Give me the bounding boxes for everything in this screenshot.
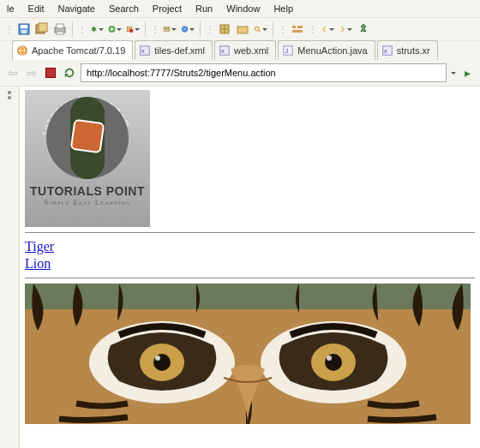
xml-icon: X	[381, 45, 393, 57]
svg-point-40	[155, 355, 160, 361]
browser-refresh-icon[interactable]	[62, 65, 77, 81]
svg-point-17	[255, 27, 260, 31]
editor-tabs: Apache Tomcat/7.0.19 X tiles-def.xml X w…	[0, 41, 480, 60]
new-server-icon[interactable]	[163, 22, 177, 36]
divider	[25, 232, 475, 233]
separator	[200, 21, 201, 37]
menu-project[interactable]: Project	[146, 2, 189, 15]
browser-back-icon[interactable]: ⇦	[5, 65, 21, 81]
link-lion[interactable]: Lion	[25, 255, 475, 272]
svg-rect-7	[57, 32, 63, 34]
svg-rect-4	[39, 23, 47, 32]
left-gutter	[0, 87, 20, 448]
tab-tiles-def[interactable]: X tiles-def.xml	[135, 40, 213, 60]
menubar: le Edit Navigate Search Project Run Wind…	[0, 0, 480, 18]
search-icon[interactable]	[254, 22, 267, 36]
menu-navigate[interactable]: Navigate	[51, 2, 102, 15]
toolbar: ⋮ ⋮ ⋮ ⋮ ⋮ ⋮	[0, 18, 480, 41]
grip-icon: ⋮	[206, 25, 213, 34]
svg-rect-2	[21, 30, 27, 33]
save-all-icon[interactable]	[35, 22, 49, 36]
grip-icon: ⋮	[309, 25, 316, 34]
new-class-icon[interactable]	[236, 22, 249, 36]
svg-rect-6	[57, 24, 63, 28]
tab-struts-xml[interactable]: X struts.xr	[377, 40, 438, 60]
grip-icon: ⋮	[78, 25, 86, 34]
grip-icon: ⋮	[279, 25, 286, 34]
logo-block: TUTORIALSPOINT.COM TUTORIALS POINT Simpl…	[25, 90, 150, 227]
svg-rect-33	[25, 284, 471, 309]
back-icon[interactable]	[321, 22, 334, 36]
browser-forward-icon[interactable]: ⇨	[24, 65, 39, 81]
svg-rect-19	[297, 26, 303, 28]
tab-web-xml[interactable]: X web.xml	[214, 40, 276, 60]
save-icon[interactable]	[17, 22, 31, 36]
content-area: TUTORIALSPOINT.COM TUTORIALS POINT Simpl…	[0, 87, 480, 448]
java-icon: J	[282, 45, 294, 57]
globe-icon	[16, 45, 28, 57]
tab-browser[interactable]: Apache Tomcat/7.0.19	[12, 40, 133, 60]
open-type-icon[interactable]	[181, 22, 195, 36]
menu-help[interactable]: Help	[267, 2, 300, 15]
debug-icon[interactable]	[90, 22, 104, 36]
menu-links: Tiger Lion	[25, 238, 475, 272]
tab-label: tiles-def.xml	[154, 45, 205, 56]
logo-subtitle: Simply Easy Learning	[44, 198, 131, 206]
svg-rect-18	[292, 26, 296, 28]
tab-label: MenuAction.java	[297, 45, 367, 56]
browser-go-icon[interactable]: ▸	[459, 65, 475, 81]
tiger-image	[25, 284, 471, 424]
svg-text:X: X	[383, 48, 387, 54]
xml-icon: X	[219, 45, 231, 57]
grip-icon: ⋮	[5, 25, 13, 34]
run-icon[interactable]	[108, 22, 122, 36]
tab-label: struts.xr	[397, 45, 430, 56]
page-body: TUTORIALSPOINT.COM TUTORIALS POINT Simpl…	[20, 87, 480, 448]
svg-rect-16	[237, 27, 248, 33]
svg-point-41	[327, 355, 332, 361]
logo-circle-icon	[46, 97, 129, 179]
svg-rect-13	[165, 28, 170, 29]
logo-title: TUTORIALS POINT	[30, 184, 145, 198]
svg-rect-1	[21, 25, 27, 28]
link-tiger[interactable]: Tiger	[25, 238, 475, 255]
url-input[interactable]	[81, 63, 447, 82]
separator	[72, 21, 73, 37]
svg-point-8	[92, 27, 96, 32]
divider	[25, 278, 475, 278]
svg-text:J: J	[285, 48, 289, 54]
svg-text:X: X	[221, 48, 225, 54]
svg-point-11	[129, 28, 134, 33]
menu-search[interactable]: Search	[102, 2, 146, 15]
menu-file[interactable]: le	[0, 2, 21, 15]
menu-window[interactable]: Window	[219, 2, 267, 15]
run-last-icon[interactable]	[126, 22, 140, 36]
separator	[273, 21, 273, 37]
menu-run[interactable]: Run	[189, 2, 219, 15]
tab-menuaction[interactable]: J MenuAction.java	[278, 40, 375, 60]
new-package-icon[interactable]	[218, 22, 231, 36]
url-dropdown-icon[interactable]	[451, 72, 456, 75]
svg-rect-12	[164, 27, 170, 32]
pin-icon[interactable]	[357, 22, 370, 36]
tab-label: Apache Tomcat/7.0.19	[32, 45, 125, 56]
print-icon[interactable]	[53, 22, 67, 36]
menu-edit[interactable]: Edit	[21, 2, 51, 15]
tab-label: web.xml	[234, 45, 268, 56]
separator	[145, 21, 146, 37]
svg-text:X: X	[141, 48, 145, 54]
grip-icon: ⋮	[151, 25, 159, 34]
forward-icon[interactable]	[339, 22, 352, 36]
browser-toolbar: ⇦ ⇨ ▸	[0, 60, 480, 87]
svg-rect-20	[292, 30, 303, 33]
browser-stop-icon[interactable]	[43, 65, 58, 81]
toggle-breadcrumb-icon[interactable]	[291, 22, 304, 36]
xml-icon: X	[139, 45, 151, 57]
